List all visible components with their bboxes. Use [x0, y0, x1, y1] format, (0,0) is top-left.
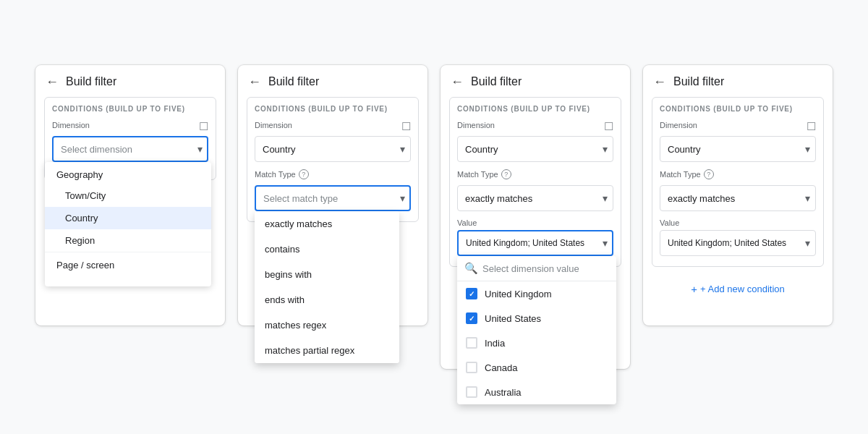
- match-type-select-wrapper-4[interactable]: exactly matches ▾: [660, 185, 816, 211]
- delete-icon-2[interactable]: ☐: [401, 120, 411, 133]
- help-icon-2[interactable]: ?: [299, 169, 309, 179]
- match-begins-with[interactable]: begins with: [255, 262, 399, 287]
- checkbox-us-label: United States: [485, 313, 541, 324]
- match-type-select-wrapper-3[interactable]: exactly matches ▾: [457, 185, 613, 211]
- checkbox-india-icon: [466, 337, 477, 349]
- match-type-field-row-2: Match Type ?: [255, 169, 411, 182]
- dimension-select-1[interactable]: Select dimension: [52, 136, 208, 162]
- match-type-select-2[interactable]: Select match type: [255, 185, 411, 211]
- conditions-box-1: CONDITIONS (BUILD UP TO FIVE) Dimension …: [44, 97, 216, 180]
- dimension-select-3[interactable]: Country: [457, 136, 613, 162]
- dimension-label-1: Dimension: [52, 121, 90, 129]
- menu-item-country-1[interactable]: Country: [45, 207, 211, 229]
- match-type-value-4: exactly matches: [668, 193, 735, 204]
- menu-item-region[interactable]: Region: [45, 229, 211, 252]
- conditions-label-3: CONDITIONS (BUILD UP TO FIVE): [457, 105, 613, 113]
- conditions-label-4: CONDITIONS (BUILD UP TO FIVE): [660, 105, 816, 113]
- panel-1: ← Build filter CONDITIONS (BUILD UP TO F…: [35, 65, 225, 326]
- help-icon-4[interactable]: ?: [704, 169, 714, 179]
- match-type-placeholder-2: Select match type: [263, 193, 338, 204]
- panel-2-title: Build filter: [268, 75, 319, 88]
- value-select-4[interactable]: United Kingdom; United States: [660, 230, 816, 256]
- geography-section-label: Geography: [45, 162, 211, 184]
- back-arrow-2[interactable]: ←: [248, 75, 261, 88]
- dimension-label-3: Dimension: [457, 121, 495, 129]
- menu-item-town-city[interactable]: Town/City: [45, 184, 211, 207]
- add-condition-label: + Add new condition: [700, 284, 785, 294]
- checkbox-australia[interactable]: Australia: [457, 380, 616, 404]
- search-icon-3: 🔍: [464, 262, 478, 275]
- panel-4: ← Build filter CONDITIONS (BUILD UP TO F…: [643, 65, 833, 326]
- page-screen-section-label: Page / screen: [45, 252, 211, 275]
- panel-2: ← Build filter CONDITIONS (BUILD UP TO F…: [238, 65, 427, 326]
- value-label-3: Value: [457, 218, 613, 227]
- match-type-select-4[interactable]: exactly matches: [660, 185, 816, 211]
- panel-4-title: Build filter: [673, 75, 724, 88]
- delete-icon-4[interactable]: ☐: [807, 120, 816, 133]
- dimension-select-wrapper-3[interactable]: Country ▾: [457, 136, 613, 162]
- panel-3-title: Build filter: [471, 75, 522, 88]
- add-condition-button[interactable]: + + Add new condition: [643, 276, 833, 299]
- match-type-dropdown-2[interactable]: exactly matches contains begins with end…: [255, 211, 399, 363]
- value-display-3: United Kingdom; United States: [466, 238, 584, 248]
- match-contains[interactable]: contains: [255, 237, 399, 262]
- checkbox-australia-label: Australia: [485, 387, 522, 398]
- checkbox-united-states[interactable]: United States: [457, 306, 616, 331]
- dimension-dropdown-1[interactable]: Geography Town/City Country Region Page …: [45, 162, 211, 286]
- dimension-value-2: Country: [263, 144, 296, 155]
- dimension-select-wrapper-1[interactable]: Select dimension ▾ Geography Town/City C…: [52, 136, 208, 162]
- back-arrow-3[interactable]: ←: [451, 75, 464, 88]
- dimension-select-2[interactable]: Country: [255, 136, 411, 162]
- back-arrow-1[interactable]: ←: [46, 75, 59, 88]
- value-dropdown-3[interactable]: 🔍 Select dimension value United Kingdom …: [457, 256, 616, 404]
- dimension-select-wrapper-4[interactable]: Country ▾: [660, 136, 816, 162]
- match-type-label-2: Match Type ?: [255, 169, 309, 179]
- match-regex[interactable]: matches regex: [255, 312, 399, 338]
- match-partial-regex[interactable]: matches partial regex: [255, 338, 399, 363]
- match-exactly[interactable]: exactly matches: [255, 211, 399, 237]
- dimension-select-wrapper-2[interactable]: Country ▾: [255, 136, 411, 162]
- match-type-label-4: Match Type ?: [660, 169, 714, 179]
- match-type-field-row-4: Match Type ?: [660, 169, 816, 182]
- value-select-3[interactable]: United Kingdom; United States: [457, 230, 613, 256]
- conditions-box-2: CONDITIONS (BUILD UP TO FIVE) Dimension …: [247, 97, 419, 222]
- value-display-4: United Kingdom; United States: [668, 238, 786, 248]
- checkbox-canada-label: Canada: [485, 362, 518, 373]
- plus-icon: +: [691, 283, 697, 295]
- delete-icon-3[interactable]: ☐: [604, 120, 613, 133]
- dimension-field-row-3: Dimension ☐: [457, 120, 613, 133]
- match-type-field-row-3: Match Type ?: [457, 169, 613, 182]
- dimension-label-2: Dimension: [255, 121, 292, 129]
- checkbox-united-kingdom[interactable]: United Kingdom: [457, 281, 616, 306]
- checkbox-canada[interactable]: Canada: [457, 355, 616, 380]
- delete-icon-1[interactable]: ☐: [199, 120, 208, 133]
- panel-1-header: ← Build filter: [35, 65, 225, 97]
- checkbox-india-label: India: [485, 338, 505, 349]
- match-type-value-3: exactly matches: [465, 193, 532, 204]
- back-arrow-4[interactable]: ←: [653, 75, 666, 88]
- panel-3-header: ← Build filter: [441, 65, 630, 97]
- dimension-placeholder-1: Select dimension: [61, 144, 132, 155]
- match-type-label-3: Match Type ?: [457, 169, 511, 179]
- panel-1-title: Build filter: [66, 75, 116, 88]
- value-select-wrapper-3[interactable]: United Kingdom; United States ▾ 🔍 Select…: [457, 230, 613, 256]
- match-type-select-3[interactable]: exactly matches: [457, 185, 613, 211]
- conditions-box-3: CONDITIONS (BUILD UP TO FIVE) Dimension …: [449, 97, 621, 267]
- search-placeholder-3: Select dimension value: [482, 263, 579, 274]
- match-type-select-wrapper-2[interactable]: Select match type ▾ exactly matches cont…: [255, 185, 411, 211]
- conditions-label-1: CONDITIONS (BUILD UP TO FIVE): [52, 105, 208, 113]
- checkbox-india[interactable]: India: [457, 331, 616, 355]
- checkbox-australia-icon: [466, 386, 477, 398]
- panels-container: ← Build filter CONDITIONS (BUILD UP TO F…: [21, 43, 847, 391]
- conditions-box-4: CONDITIONS (BUILD UP TO FIVE) Dimension …: [652, 97, 824, 267]
- dimension-field-row-4: Dimension ☐: [660, 120, 816, 133]
- checkbox-canada-icon: [466, 362, 477, 373]
- panel-2-header: ← Build filter: [238, 65, 427, 97]
- dimension-select-4[interactable]: Country: [660, 136, 816, 162]
- panel-4-header: ← Build filter: [643, 65, 833, 97]
- match-ends-with[interactable]: ends with: [255, 287, 399, 312]
- help-icon-3[interactable]: ?: [501, 169, 511, 179]
- dimension-label-4: Dimension: [660, 121, 697, 129]
- conditions-label-2: CONDITIONS (BUILD UP TO FIVE): [255, 105, 411, 113]
- value-select-wrapper-4[interactable]: United Kingdom; United States ▾: [660, 230, 816, 256]
